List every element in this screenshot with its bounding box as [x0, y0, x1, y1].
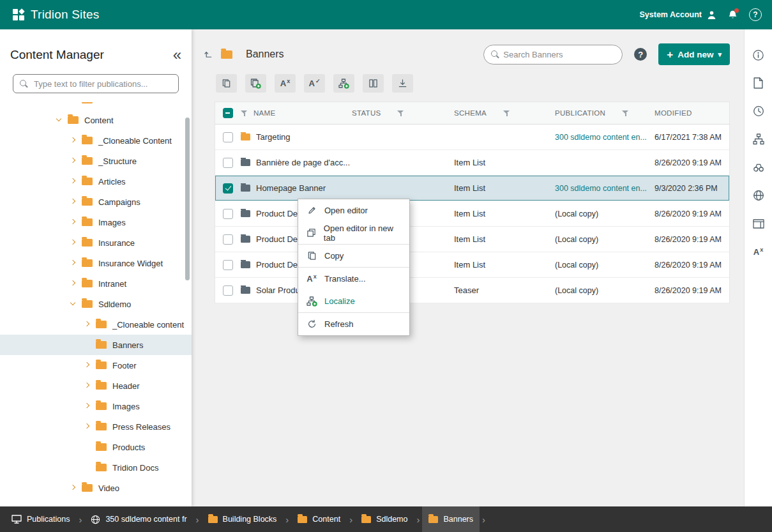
notifications-button[interactable] [728, 10, 738, 20]
tree-item[interactable]: Articles [0, 171, 192, 192]
tree-item[interactable]: Header [0, 376, 192, 396]
tree-item[interactable]: Press Releases [0, 416, 192, 437]
breadcrumb-building-blocks[interactable]: Building Blocks [202, 506, 284, 532]
chevron-icon[interactable] [56, 117, 63, 123]
chevron-icon[interactable] [84, 403, 91, 409]
compare-button[interactable] [363, 74, 384, 93]
tree-item[interactable]: Tridion Docs [0, 457, 192, 478]
row-checkbox[interactable] [223, 285, 233, 296]
tree-item[interactable]: Images [0, 212, 192, 232]
tree-item[interactable]: Footer [0, 355, 192, 376]
tree-item[interactable]: Banners [0, 335, 192, 355]
tree-item[interactable]: Sdldemo [0, 294, 192, 314]
tree-item[interactable] [0, 102, 192, 110]
filter-name-icon[interactable] [241, 110, 248, 117]
table-row[interactable]: Product Det Item List (Local copy) 8/26/… [215, 252, 729, 278]
tree-item[interactable]: Insurance Widget [0, 253, 192, 273]
structure-button[interactable] [751, 132, 766, 147]
tree-item[interactable]: Products [0, 437, 192, 457]
info-button[interactable] [751, 47, 766, 63]
row-checkbox[interactable] [223, 183, 233, 194]
breadcrumb-350-sdldemo-content-fr[interactable]: 350 sdldemo content fr [84, 506, 193, 532]
tree-item[interactable]: Images [0, 396, 192, 416]
chevron-icon[interactable] [84, 362, 91, 369]
help-button[interactable]: ? [749, 8, 762, 21]
chevron-icon[interactable] [70, 301, 77, 307]
context-menu-item[interactable]: Refresh [298, 313, 409, 335]
chevron-icon[interactable] [70, 158, 77, 164]
publication-link[interactable]: 300 sdldemo content en... [555, 184, 655, 193]
tree-item[interactable]: _Cloneable Content [0, 130, 192, 151]
row-checkbox[interactable] [223, 234, 233, 245]
table-row[interactable]: Targeting 300 sdldemo content en... 6/17… [215, 125, 729, 150]
chevron-icon[interactable] [70, 485, 77, 491]
table-row[interactable]: Product Det Item List (Local copy) 8/26/… [215, 227, 729, 252]
web-button[interactable] [751, 188, 766, 203]
tree-item[interactable]: Insurance [0, 232, 192, 253]
breadcrumb-content[interactable]: Content [291, 506, 347, 532]
row-checkbox[interactable] [223, 209, 233, 219]
chevron-icon[interactable] [70, 280, 77, 287]
tree-item[interactable]: Content [0, 110, 192, 130]
chevron-icon[interactable] [70, 219, 77, 225]
document-button[interactable] [751, 75, 766, 91]
history-button[interactable] [751, 103, 766, 119]
collapse-sidebar-button[interactable]: « [173, 47, 181, 63]
add-copy-button[interactable] [245, 74, 266, 93]
tree-item[interactable]: Intranet [0, 273, 192, 294]
row-checkbox[interactable] [223, 132, 233, 142]
tree-item[interactable]: Campaigns [0, 192, 192, 212]
breadcrumb-publications[interactable]: Publications [5, 506, 76, 532]
chevron-icon[interactable] [70, 199, 77, 205]
chevron-icon[interactable] [84, 444, 91, 450]
translate-button[interactable]: Ax [275, 74, 296, 93]
help-icon[interactable]: ? [634, 48, 647, 61]
chevron-icon[interactable] [84, 383, 91, 389]
chevron-icon[interactable] [84, 464, 91, 471]
copy-button[interactable] [216, 74, 237, 93]
chevron-icon[interactable] [84, 342, 91, 348]
chevron-icon[interactable] [84, 321, 91, 328]
publication-link[interactable]: 300 sdldemo content en... [555, 133, 655, 142]
breadcrumb-banners[interactable]: Banners [422, 506, 480, 532]
publication-filter-input[interactable] [13, 74, 179, 93]
download-button[interactable] [392, 74, 413, 93]
table-row[interactable]: Homepage Banner Item List 300 sdldemo co… [215, 176, 729, 201]
context-menu-item[interactable]: Localize [298, 290, 409, 312]
chevron-icon[interactable] [70, 260, 77, 266]
chevron-icon[interactable] [84, 423, 91, 430]
breadcrumb-sdldemo[interactable]: Sdldemo [355, 506, 414, 532]
chevron-icon[interactable] [70, 102, 77, 103]
translate-check-button[interactable]: A✓ [304, 74, 325, 93]
table-row[interactable]: Solar Produ Teaser (Local copy) 8/26/202… [215, 278, 729, 303]
chevron-icon[interactable] [70, 137, 77, 144]
select-all-checkbox[interactable] [223, 108, 233, 118]
row-checkbox[interactable] [223, 158, 233, 168]
tree-item[interactable]: Video [0, 478, 192, 498]
tree-item[interactable]: _Structure [0, 151, 192, 171]
translate-button[interactable]: Ax [751, 244, 766, 259]
advanced-search-button[interactable] [751, 160, 766, 175]
breadcrumb-label: Publications [27, 515, 70, 524]
add-new-button[interactable]: + Add new ▾ [658, 43, 730, 65]
filter-publication-icon[interactable] [622, 110, 630, 117]
context-menu-item[interactable]: Ax Translate... [298, 268, 409, 290]
row-checkbox[interactable] [223, 260, 233, 270]
filter-status-icon[interactable] [397, 110, 405, 117]
localize-button[interactable] [333, 74, 354, 93]
user-menu[interactable]: System Account [640, 10, 716, 20]
chevron-icon[interactable] [70, 178, 77, 185]
tree-item[interactable]: _Cloneable content [0, 314, 192, 335]
chevron-icon[interactable] [70, 239, 77, 246]
search-input[interactable] [503, 50, 616, 59]
sidebar-scrollbar[interactable] [185, 118, 190, 280]
context-menu-item[interactable]: Copy [298, 245, 409, 267]
filter-schema-icon[interactable] [503, 110, 511, 117]
context-menu-item[interactable]: Open editor in new tab [298, 222, 409, 244]
panel-button[interactable] [751, 216, 766, 231]
context-menu-item[interactable]: Open editor [298, 199, 409, 222]
table-row[interactable]: Bannière de page d'acc... Item List 8/26… [215, 150, 729, 176]
go-up-level-button[interactable] [203, 50, 213, 59]
row-checkbox-cell [215, 183, 241, 194]
table-row[interactable]: Product Det Item List (Local copy) 8/26/… [215, 201, 729, 227]
